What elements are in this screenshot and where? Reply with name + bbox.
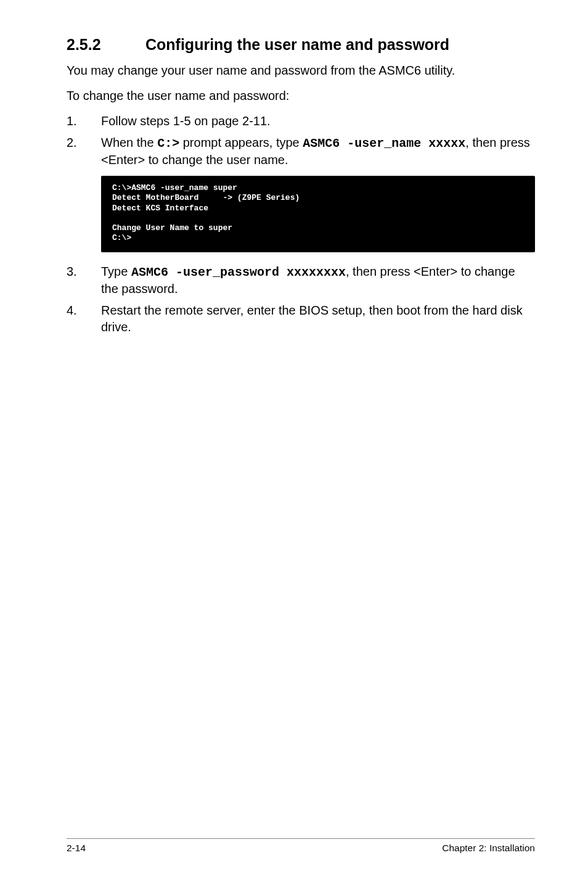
step-text: When the C:> prompt appears, type ASMC6 … [101,134,535,168]
step-text: Follow steps 1-5 on page 2-11. [101,113,535,130]
steps-list-continued: 3. Type ASMC6 -user_password xxxxxxxx, t… [67,263,535,336]
intro-paragraph-2: To change the user name and password: [67,88,535,104]
step-text-fragment: Type [101,265,131,278]
section-number: 2.5.2 [67,36,145,54]
step-text-fragment: prompt appears, type [179,136,303,149]
step-text: Restart the remote server, enter the BIO… [101,302,535,336]
page-footer: 2-14 Chapter 2: Installation [67,838,535,854]
step-1: 1. Follow steps 1-5 on page 2-11. [67,113,535,130]
steps-list: 1. Follow steps 1-5 on page 2-11. 2. Whe… [67,113,535,168]
step-number: 1. [67,113,101,130]
step-2: 2. When the C:> prompt appears, type ASM… [67,134,535,168]
step-number: 2. [67,134,101,168]
step-number: 3. [67,263,101,297]
terminal-output: C:\>ASMC6 -user_name super Detect Mother… [101,176,535,252]
inline-code: ASMC6 -user_name xxxxx [303,136,465,151]
step-text-fragment: When the [101,136,157,149]
step-text: Type ASMC6 -user_password xxxxxxxx, then… [101,263,535,297]
step-4: 4. Restart the remote server, enter the … [67,302,535,336]
step-3: 3. Type ASMC6 -user_password xxxxxxxx, t… [67,263,535,297]
page-number: 2-14 [67,843,86,854]
inline-code: C:> [157,136,179,151]
section-heading: 2.5.2Configuring the user name and passw… [67,36,535,54]
chapter-label: Chapter 2: Installation [442,843,535,854]
step-number: 4. [67,302,101,336]
inline-code: ASMC6 -user_password xxxxxxxx [131,265,346,279]
page-content: 2.5.2Configuring the user name and passw… [0,0,588,336]
intro-paragraph-1: You may change your user name and passwo… [67,62,535,79]
section-title: Configuring the user name and password [145,36,449,53]
